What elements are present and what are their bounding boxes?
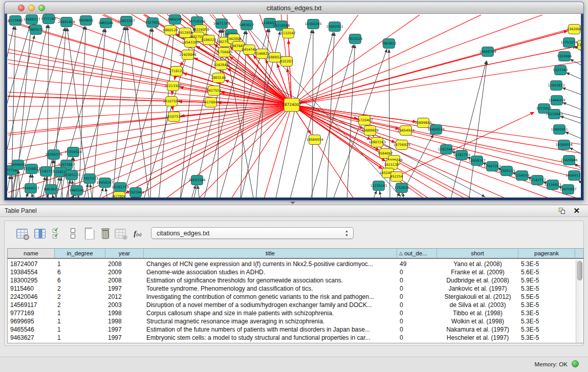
- graph-node[interactable]: 16210643: [546, 110, 562, 119]
- graph-node[interactable]: 9463627: [239, 20, 254, 30]
- graph-node[interactable]: 20553346: [188, 176, 205, 185]
- graph-node[interactable]: 22420046: [179, 50, 196, 60]
- network-canvas[interactable]: 9115460145691179777169240557220691406969…: [7, 14, 581, 198]
- graph-node[interactable]: 8427552: [207, 86, 222, 96]
- graph-node[interactable]: 9465546: [99, 18, 114, 28]
- graph-node[interactable]: 1733426: [395, 183, 409, 193]
- graph-node[interactable]: 12444158: [548, 96, 565, 105]
- table-row[interactable]: 1830029562008Estimation of significance …: [8, 276, 575, 285]
- table-row[interactable]: 946554611997Estimation of the future num…: [8, 325, 575, 334]
- column-visibility-icon[interactable]: [33, 226, 47, 240]
- graph-node[interactable]: 9699695: [79, 16, 94, 26]
- graph-node[interactable]: 12142737: [37, 167, 54, 177]
- graph-node[interactable]: 15135141: [370, 181, 387, 191]
- column-header-in_degree[interactable]: in_degree: [55, 249, 105, 258]
- graph-node[interactable]: 19756928: [393, 140, 410, 150]
- graph-node[interactable]: 11156823: [544, 180, 561, 190]
- graph-node[interactable]: 22420046: [560, 156, 577, 165]
- graph-node[interactable]: 9777169: [41, 14, 56, 24]
- function-builder-icon[interactable]: f(x): [130, 226, 145, 240]
- graph-node[interactable]: 7963822: [382, 39, 397, 49]
- graph-node[interactable]: 16671358: [213, 19, 230, 29]
- memory-status-indicator[interactable]: [572, 360, 579, 367]
- graph-node[interactable]: 417004: [113, 192, 126, 198]
- network-table-select[interactable]: citations_edges.txt ▲▼: [151, 227, 354, 239]
- graph-node[interactable]: 2405572: [29, 25, 43, 35]
- graph-node[interactable]: 16543392: [182, 38, 199, 48]
- graph-node[interactable]: 9115460: [8, 16, 23, 26]
- graph-node[interactable]: 6466160: [168, 15, 183, 25]
- graph-node[interactable]: 12923448: [438, 145, 454, 155]
- row-select-icon[interactable]: ✓ ✓: [51, 226, 65, 240]
- graph-node[interactable]: 18807243: [368, 138, 385, 147]
- column-header-title[interactable]: title: [144, 249, 397, 258]
- graph-node[interactable]: 15692931: [551, 125, 568, 135]
- graph-node[interactable]: 18300295: [304, 19, 321, 29]
- graph-node[interactable]: 9227343: [553, 65, 568, 75]
- network-window-titlebar[interactable]: citations_edges.txt: [5, 2, 583, 14]
- graph-node[interactable]: 2803144: [211, 73, 226, 83]
- graph-node[interactable]: 2718120: [169, 67, 184, 76]
- graph-node[interactable]: 15720407: [356, 116, 373, 125]
- graph-node[interactable]: 19384554: [555, 140, 572, 150]
- vertical-scrollbar[interactable]: [576, 260, 583, 343]
- graph-node[interactable]: 9463627: [44, 185, 59, 194]
- graph-node[interactable]: 19584554: [306, 135, 323, 145]
- graph-node[interactable]: 15751074: [560, 38, 577, 48]
- column-header-pagerank[interactable]: pagerank: [518, 249, 575, 258]
- row-height-icon[interactable]: [66, 226, 80, 240]
- graph-node[interactable]: 17957253: [81, 174, 98, 184]
- graph-node[interactable]: 12505135: [498, 166, 515, 176]
- graph-node[interactable]: 15692931: [326, 22, 343, 32]
- delete-table-icon[interactable]: [98, 226, 113, 240]
- graph-node[interactable]: 832203: [577, 40, 581, 50]
- table-row[interactable]: 946362711997Embryonic stem cells: a mode…: [8, 334, 575, 342]
- graph-node[interactable]: 14569117: [22, 184, 39, 193]
- graph-node[interactable]: 12923448: [127, 188, 144, 198]
- graph-node[interactable]: 12093832: [548, 81, 564, 91]
- graph-node[interactable]: 16409539: [427, 125, 444, 135]
- table-row[interactable]: 969969511998Structural magnetic resonanc…: [8, 317, 575, 325]
- graph-node[interactable]: 16648784: [479, 47, 496, 57]
- graph-node[interactable]: 14569117: [565, 171, 581, 181]
- graph-node[interactable]: 7815526: [348, 34, 363, 44]
- graph-node[interactable]: 12213300: [164, 81, 181, 91]
- table-row[interactable]: 2242004622012Investigating the contribut…: [8, 293, 575, 301]
- column-header-year[interactable]: year: [105, 249, 144, 258]
- graph-node[interactable]: 10653287: [118, 16, 135, 26]
- split-pane-handle[interactable]: [290, 202, 295, 204]
- graph-node[interactable]: 1527602: [145, 18, 160, 28]
- graph-node[interactable]: 2342004: [567, 25, 581, 34]
- graph-node[interactable]: 12505135: [63, 170, 80, 180]
- graph-node[interactable]: 9329966: [557, 52, 572, 61]
- column-header-short[interactable]: short: [437, 249, 518, 258]
- graph-node[interactable]: 1154519: [515, 171, 530, 181]
- table-row[interactable]: 1938455462009Genome-wide association stu…: [8, 268, 575, 276]
- table-options-icon[interactable]: [15, 226, 29, 240]
- graph-node[interactable]: 10975887: [559, 185, 576, 194]
- graph-node[interactable]: 20206556: [45, 150, 62, 160]
- citation-graph[interactable]: 9115460145691179777169240557220691406969…: [7, 14, 581, 198]
- graph-node[interactable]: 9465546: [70, 186, 84, 195]
- table-row[interactable]: 977716911998Corpus callosum shape and si…: [8, 309, 575, 317]
- table-row[interactable]: 1872400712008Changes of HCN gene express…: [8, 260, 575, 268]
- graph-node[interactable]: 16107534: [165, 112, 182, 122]
- float-panel-icon[interactable]: [559, 208, 565, 214]
- delete-column-icon[interactable]: x: [113, 226, 127, 240]
- graph-node[interactable]: 8860128: [163, 26, 178, 35]
- new-table-icon[interactable]: [82, 226, 97, 240]
- graph-node[interactable]: 14569117: [23, 15, 40, 25]
- graph-node[interactable]: 1132547: [281, 29, 296, 38]
- graph-node[interactable]: 16654923: [397, 126, 414, 136]
- graph-node[interactable]: 19958167: [96, 178, 113, 188]
- graph-node[interactable]: 18107554: [163, 97, 180, 106]
- graph-node[interactable]: 8186328: [202, 35, 216, 45]
- graph-node[interactable]: 417004: [205, 98, 217, 107]
- graph-node[interactable]: 16782759: [112, 183, 128, 192]
- graph-node[interactable]: 16782759: [453, 150, 470, 160]
- graph-node[interactable]: 832203: [280, 57, 293, 67]
- graph-node[interactable]: 452254: [390, 172, 403, 182]
- scrollbar-thumb[interactable]: [577, 261, 582, 280]
- graph-node[interactable]: 9242848: [214, 60, 229, 70]
- table-row[interactable]: 911546021997Tourette syndrome. Phenomeno…: [8, 285, 575, 293]
